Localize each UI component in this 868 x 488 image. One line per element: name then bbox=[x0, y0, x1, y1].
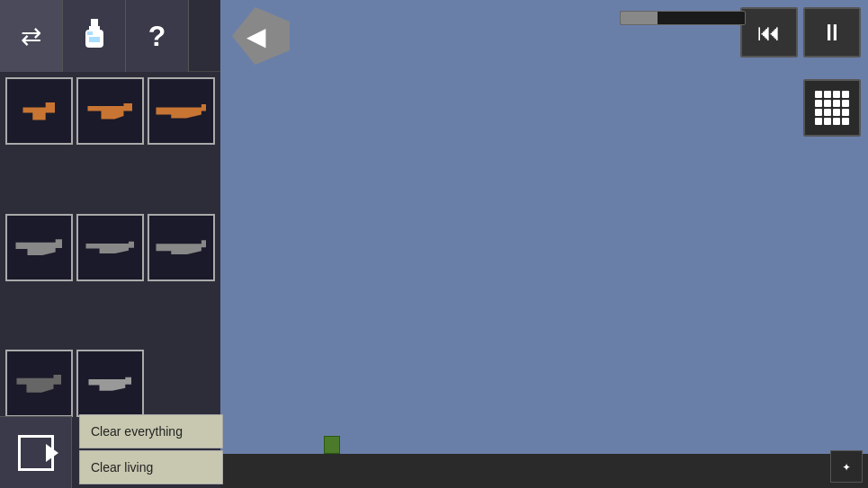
grid-toggle-button[interactable] bbox=[803, 79, 861, 137]
svg-rect-0 bbox=[91, 19, 98, 26]
svg-rect-3 bbox=[87, 31, 93, 35]
pause-button[interactable]: ⏸ bbox=[803, 7, 861, 58]
weapon-cell-mg[interactable] bbox=[5, 214, 73, 281]
weapon-cell-pistol[interactable] bbox=[5, 77, 73, 145]
progress-container bbox=[620, 11, 737, 25]
exit-button[interactable] bbox=[0, 416, 72, 488]
question-icon: ? bbox=[148, 20, 166, 53]
weapon-cell-lmg[interactable] bbox=[5, 350, 73, 417]
player-sprite bbox=[324, 436, 340, 454]
exit-icon bbox=[18, 435, 54, 471]
swap-icon: ⇄ bbox=[21, 22, 41, 51]
ground bbox=[220, 454, 868, 488]
sidebar: ⇄ ? bbox=[0, 0, 220, 488]
clear-everything-button[interactable]: Clear everything bbox=[79, 414, 223, 448]
carbine-icon bbox=[88, 377, 131, 391]
smg-icon bbox=[87, 103, 132, 120]
pistol-icon bbox=[22, 102, 55, 120]
potion-icon bbox=[80, 19, 109, 53]
weapon-cell-rifle[interactable] bbox=[148, 77, 215, 145]
rifle-icon bbox=[156, 104, 206, 119]
arrow-right-icon bbox=[46, 444, 58, 462]
clear-living-button[interactable]: Clear living bbox=[79, 450, 223, 484]
weapon-cell-carbine[interactable] bbox=[76, 350, 144, 417]
grid-icon bbox=[815, 91, 849, 125]
mg-icon bbox=[15, 239, 62, 255]
lmg-icon bbox=[16, 375, 61, 393]
top-toolbar: ⇄ ? bbox=[0, 0, 220, 72]
svg-rect-4 bbox=[89, 37, 100, 42]
assault-icon bbox=[156, 240, 206, 254]
weapon-cell-shotgun[interactable] bbox=[76, 214, 144, 281]
corner-button[interactable]: ✦ bbox=[830, 450, 863, 483]
progress-fill bbox=[621, 12, 658, 24]
progress-bar bbox=[620, 11, 746, 25]
context-menu: Clear everything Clear living bbox=[79, 414, 223, 488]
top-right-controls: ⏮ ⏸ bbox=[740, 7, 861, 58]
weapon-cell-smg[interactable] bbox=[76, 77, 144, 145]
weapon-cell-assault[interactable] bbox=[148, 214, 215, 281]
svg-rect-1 bbox=[89, 26, 100, 30]
help-button[interactable]: ? bbox=[126, 0, 189, 72]
potion-button[interactable] bbox=[63, 0, 126, 72]
swap-button[interactable]: ⇄ bbox=[0, 0, 63, 72]
shotgun-icon bbox=[85, 241, 134, 253]
rewind-button[interactable]: ⏮ bbox=[740, 7, 798, 58]
game-viewport: ✦ bbox=[220, 0, 868, 488]
